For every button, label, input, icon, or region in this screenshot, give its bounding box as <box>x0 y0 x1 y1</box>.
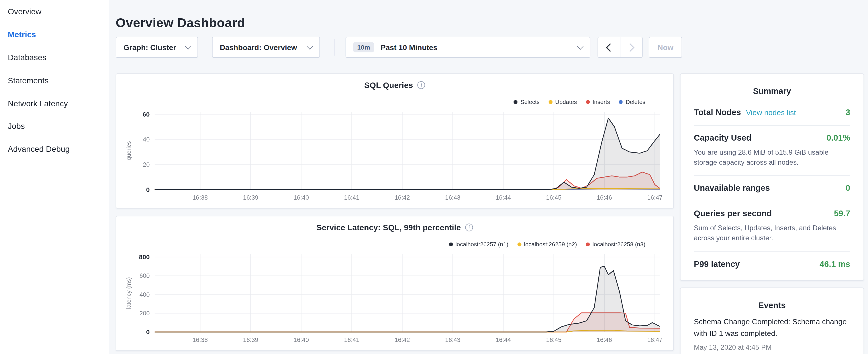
summary-row-label: Queries per second <box>694 209 772 218</box>
now-button[interactable]: Now <box>649 37 682 58</box>
legend-item: Selects <box>514 99 539 105</box>
svg-text:40: 40 <box>143 136 150 143</box>
time-step-back-button[interactable] <box>598 37 620 57</box>
summary-row-description: You are using 28.6 MiB of 515.9 GiB usab… <box>694 148 850 167</box>
chart-legend: SelectsUpdatesInsertsDeletes <box>514 99 646 105</box>
svg-text:20: 20 <box>143 161 150 168</box>
chevron-down-icon <box>307 43 313 50</box>
summary-row: Unavailable ranges0 <box>694 176 850 201</box>
legend-label: localhost:26259 (n2) <box>524 241 577 248</box>
legend-label: localhost:26257 (n1) <box>455 241 508 248</box>
events-heading: Events <box>694 300 850 310</box>
graph-dropdown[interactable]: Graph: Cluster <box>116 37 198 58</box>
now-button-label: Now <box>658 43 674 51</box>
svg-text:600: 600 <box>140 272 150 279</box>
legend-dot <box>586 100 590 104</box>
legend-dot <box>514 100 518 104</box>
legend-item: Updates <box>549 99 577 105</box>
service-latency-chart-card: Service Latency: SQL, 99th percentile i … <box>116 216 674 351</box>
svg-text:16:44: 16:44 <box>496 194 511 201</box>
sidebar-item-statements[interactable]: Statements <box>0 69 109 92</box>
time-step-forward-button[interactable] <box>620 37 642 57</box>
sidebar-item-overview[interactable]: Overview <box>0 0 109 23</box>
summary-row: Total NodesView nodes list3 <box>694 100 850 126</box>
sidebar-item-metrics[interactable]: Metrics <box>0 23 109 46</box>
svg-text:16:39: 16:39 <box>243 336 258 344</box>
svg-text:16:40: 16:40 <box>293 194 309 201</box>
sidebar: OverviewMetricsDatabasesStatementsNetwor… <box>0 0 109 354</box>
service-latency-plot[interactable]: 16:3816:3916:4016:4116:4216:4316:4416:45… <box>116 248 674 348</box>
dashboard-dropdown[interactable]: Dashboard: Overview <box>212 37 320 58</box>
summary-row-value: 3 <box>846 107 850 117</box>
summary-row-value: 0 <box>846 183 850 192</box>
svg-text:800: 800 <box>139 254 150 261</box>
sql-queries-plot[interactable]: 16:3816:3916:4016:4116:4216:4316:4416:45… <box>116 105 674 205</box>
chevron-right-icon <box>626 43 634 52</box>
chart-title: Service Latency: SQL, 99th percentile <box>316 223 461 232</box>
sidebar-item-databases[interactable]: Databases <box>0 46 109 69</box>
sidebar-item-advanced-debug[interactable]: Advanced Debug <box>0 138 109 161</box>
summary-row-value: 0.01% <box>827 133 850 142</box>
sidebar-item-network-latency[interactable]: Network Latency <box>0 92 109 115</box>
view-nodes-list-link[interactable]: View nodes list <box>746 108 796 117</box>
svg-text:0: 0 <box>146 186 150 193</box>
legend-item: Deletes <box>619 99 645 105</box>
svg-text:16:39: 16:39 <box>243 194 258 201</box>
svg-text:200: 200 <box>140 310 150 317</box>
sql-queries-chart-card: SQL Queries i SelectsUpdatesInsertsDelet… <box>116 73 674 208</box>
legend-dot <box>586 242 590 246</box>
time-range-badge: 10m <box>353 42 374 53</box>
legend-dot <box>619 100 623 104</box>
legend-label: Deletes <box>626 99 645 105</box>
svg-text:queries: queries <box>125 141 132 160</box>
events-panel-inner: Events Schema Change Completed: Schema c… <box>681 300 864 351</box>
legend-label: localhost:26258 (n3) <box>593 241 646 248</box>
summary-row-label: Total Nodes <box>694 107 741 117</box>
chart-title: SQL Queries <box>364 81 413 90</box>
chevron-down-icon <box>577 43 584 50</box>
info-icon[interactable]: i <box>465 224 473 231</box>
time-step-button-group <box>597 37 643 58</box>
svg-text:16:44: 16:44 <box>496 336 511 344</box>
summary-row-label: Unavailable ranges <box>694 183 770 192</box>
info-icon[interactable]: i <box>417 81 425 89</box>
time-range-picker[interactable]: 10m Past 10 Minutes <box>346 37 590 58</box>
svg-text:16:38: 16:38 <box>192 194 208 201</box>
app-canvas: OverviewMetricsDatabasesStatementsNetwor… <box>0 0 868 354</box>
summary-panel: Summary Total NodesView nodes list3Capac… <box>680 73 864 281</box>
legend-item: localhost:26259 (n2) <box>517 241 577 248</box>
summary-row: Capacity Used0.01%You are using 28.6 MiB… <box>694 126 850 176</box>
summary-row-description: Sum of Selects, Updates, Inserts, and De… <box>694 223 850 243</box>
svg-text:16:46: 16:46 <box>597 194 612 201</box>
legend-label: Inserts <box>593 99 610 105</box>
svg-text:latency (ms): latency (ms) <box>125 277 132 309</box>
legend-label: Selects <box>520 99 539 105</box>
events-panel: Events Schema Change Completed: Schema c… <box>680 288 864 354</box>
event-text: Schema Change Completed: Schema change w… <box>694 317 850 340</box>
svg-text:16:47: 16:47 <box>647 336 662 344</box>
svg-text:16:41: 16:41 <box>344 336 359 344</box>
summary-row-label: Capacity Used <box>694 133 751 142</box>
chevron-down-icon <box>185 43 191 50</box>
svg-text:16:47: 16:47 <box>647 194 662 201</box>
chart-title-row: Service Latency: SQL, 99th percentile i <box>116 223 674 232</box>
dashboard-dropdown-label: Dashboard: Overview <box>220 43 297 51</box>
svg-text:60: 60 <box>143 111 150 118</box>
summary-row: P99 latency46.1 ms <box>694 252 850 277</box>
svg-text:16:40: 16:40 <box>293 336 309 344</box>
svg-text:16:42: 16:42 <box>395 194 410 201</box>
events-list: Schema Change Completed: Schema change w… <box>694 317 850 351</box>
graph-dropdown-label: Graph: Cluster <box>124 43 176 51</box>
svg-text:16:42: 16:42 <box>395 336 410 344</box>
event-timestamp: May 13, 2020 at 4:45 PM <box>694 344 850 351</box>
svg-text:16:43: 16:43 <box>445 336 460 344</box>
sidebar-item-jobs[interactable]: Jobs <box>0 115 109 138</box>
summary-panel-inner: Summary Total NodesView nodes list3Capac… <box>681 86 864 277</box>
legend-item: Inserts <box>586 99 610 105</box>
summary-row-label: P99 latency <box>694 259 740 268</box>
svg-text:16:45: 16:45 <box>546 336 561 344</box>
summary-row-value: 59.7 <box>834 209 850 218</box>
time-range-label: Past 10 Minutes <box>380 43 578 51</box>
svg-text:16:38: 16:38 <box>192 336 208 344</box>
event-item: Schema Change Completed: Schema change w… <box>694 317 850 351</box>
